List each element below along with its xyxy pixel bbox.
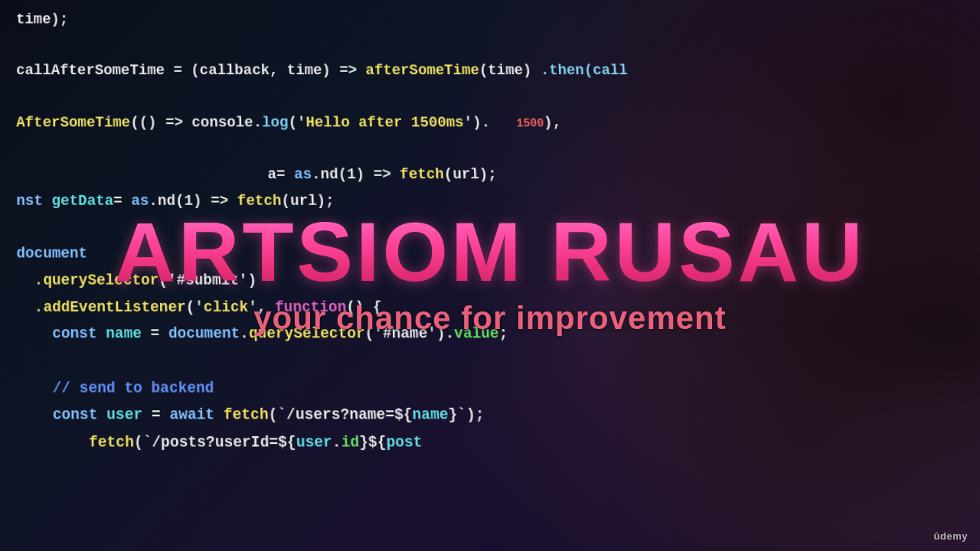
code-line-5: AfterSomeTime(() => console.log('Hello a… xyxy=(16,111,980,135)
code-line-15: // send to backend xyxy=(17,376,980,401)
code-line-2 xyxy=(16,34,980,57)
code-line-17: fetch(`/posts?userId=${user.id}${post xyxy=(17,430,980,456)
code-line-1: time); xyxy=(16,8,980,31)
instructor-name: ARTSIOM RUSAU xyxy=(49,210,931,294)
code-line-16: const user = await fetch(`/users?name=${… xyxy=(17,403,980,428)
code-line-3: callAfterSomeTime = (callback, time) => … xyxy=(16,59,980,83)
tagline: your chance for improvement xyxy=(49,300,931,337)
video-container: time); callAfterSomeTime = (callback, ti… xyxy=(0,0,980,551)
code-line-7: a= as.nd(1) => fetch(url); xyxy=(16,163,980,187)
udemy-logo: ūdemy xyxy=(934,530,968,542)
code-line-14 xyxy=(17,349,980,374)
code-line-4 xyxy=(16,85,980,109)
code-line-6 xyxy=(16,137,980,161)
overlay-text-container: ARTSIOM RUSAU your chance for improvemen… xyxy=(49,210,931,337)
